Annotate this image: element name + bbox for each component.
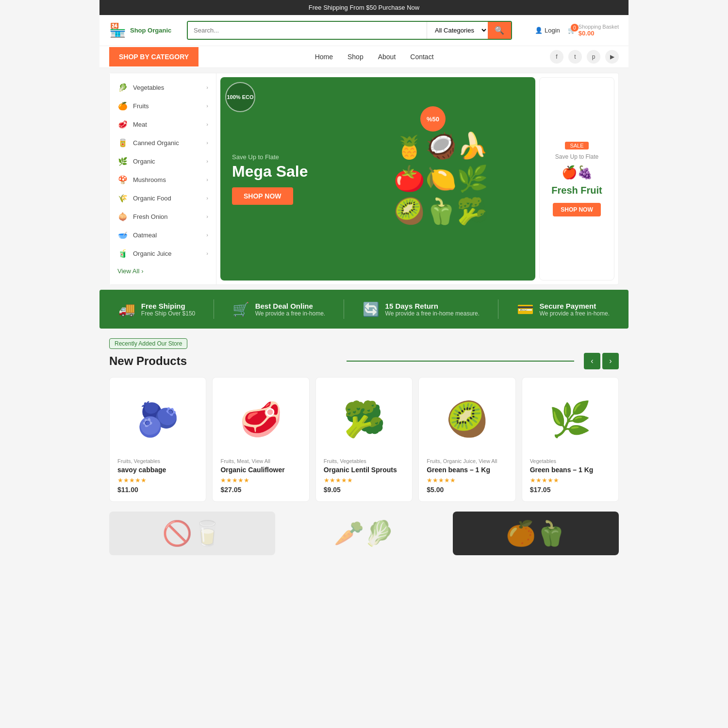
product-categories: Fruits, Organic Juice, View All [427, 458, 507, 464]
product-rating: ★★★★★ [324, 477, 404, 484]
section-title: New Products [109, 354, 337, 368]
sidebar-item-vegetables[interactable]: 🥬 Vegetables › [110, 78, 216, 97]
product-name[interactable]: Green beans – 1 Kg [530, 466, 611, 474]
social-icons: f t p ▶ [550, 50, 619, 64]
nav-arrows: ‹ › [584, 353, 619, 369]
hero-banner: 100% ECO 🍍🥥🍌🍅🍋🌿🥝🫑🥦 %50 Save Up to Flate … [220, 77, 535, 281]
sidebar: 🥬 Vegetables › 🍊 Fruits › 🥩 Meat › 🥫 Can… [110, 73, 216, 284]
hero-shop-now-button[interactable]: SHOP NOW [232, 187, 293, 205]
hero-text: Save Up to Flate Mega Sale SHOP NOW [232, 153, 339, 205]
shop-by-category-button[interactable]: SHOP BY CATEGORY [109, 47, 199, 66]
product-card: 🥝 Fruits, Organic Juice, View All Green … [418, 377, 515, 502]
sidebar-item-organic-juice[interactable]: 🧃 Organic Juice › [110, 244, 216, 263]
feature-payment: 💳 Secure Payment We provide a free in-ho… [517, 301, 610, 317]
divider [498, 299, 498, 319]
product-card: 🌿 Vegetables Green beans – 1 Kg ★★★★★ $1… [522, 377, 619, 502]
return-title: 15 Days Return [385, 302, 480, 310]
product-name[interactable]: Organic Cauliflower [220, 466, 301, 474]
payment-title: Secure Payment [540, 302, 610, 310]
sidebar-item-canned-organic[interactable]: 🥫 Canned Organic › [110, 133, 216, 152]
logo-text: Shop Organic [130, 27, 171, 34]
mega-sale-title: Mega Sale [232, 163, 339, 181]
product-rating: ★★★★★ [117, 477, 198, 484]
sidebar-item-fruits[interactable]: 🍊 Fruits › [110, 97, 216, 115]
return-desc: We provide a free in-home measure. [385, 310, 480, 317]
fresh-fruit-title: Fresh Fruit [551, 185, 602, 196]
section-header: New Products ‹ › [109, 353, 619, 369]
vegetables-icon: 🥬 [117, 82, 128, 93]
nav-shop[interactable]: Shop [347, 46, 364, 67]
product-rating: ★★★★★ [427, 477, 507, 484]
product-categories: Fruits, Meat, View All [220, 458, 301, 464]
logo[interactable]: 🏪 Shop Organic [109, 22, 177, 38]
product-name[interactable]: Green beans – 1 Kg [427, 466, 507, 474]
hero-produce-image: 🍍🥥🍌🍅🍋🌿🥝🫑🥦 [347, 77, 535, 281]
side-save-text: Save Up to Flate [555, 153, 598, 160]
next-arrow-button[interactable]: › [602, 353, 619, 369]
nav-about[interactable]: About [378, 46, 396, 67]
sidebar-item-oatmeal[interactable]: 🥣 Oatmeal › [110, 226, 216, 244]
search-bar: All Categories 🔍 [187, 21, 512, 40]
side-shop-now-button[interactable]: SHOP NOW [553, 203, 600, 216]
facebook-icon[interactable]: f [550, 50, 563, 64]
product-card: 🥦 Fruits, Vegetables Organic Lentil Spro… [315, 377, 413, 502]
cart-icon-wrap: 🛒 0 [568, 27, 576, 34]
user-icon: 👤 [535, 27, 543, 34]
category-select[interactable]: All Categories [427, 22, 488, 39]
search-input[interactable] [188, 22, 427, 39]
product-rating: ★★★★★ [530, 477, 611, 484]
eco-badge: 100% ECO [225, 82, 255, 112]
product-price: $5.00 [427, 486, 507, 494]
sidebar-item-mushrooms[interactable]: 🍄 Mushrooms › [110, 170, 216, 189]
header-actions: 👤 Login 🛒 0 Shopping Basket $0.00 [522, 24, 619, 37]
save-text: Save Up to Flate [232, 153, 339, 161]
canned-icon: 🥫 [117, 137, 128, 148]
search-button[interactable]: 🔍 [488, 22, 511, 39]
arrow-icon: › [206, 195, 208, 201]
sidebar-item-organic[interactable]: 🌿 Organic › [110, 152, 216, 170]
product-price: $11.00 [117, 486, 198, 494]
header: 🏪 Shop Organic All Categories 🔍 👤 Login … [99, 15, 629, 46]
product-rating: ★★★★★ [220, 477, 301, 484]
product-price: $27.05 [220, 486, 301, 494]
nav-contact[interactable]: Contact [410, 46, 433, 67]
product-name[interactable]: savoy cabbage [117, 466, 198, 474]
fruits-icon: 🍊 [117, 100, 128, 111]
juice-icon: 🧃 [117, 248, 128, 259]
product-categories: Vegetables [530, 458, 611, 464]
bottom-card-2: 🥕🥬 [281, 512, 447, 555]
sidebar-item-fresh-onion[interactable]: 🧅 Fresh Onion › [110, 207, 216, 226]
return-icon: 🔄 [363, 301, 380, 317]
sale-badge: SALE [565, 142, 588, 149]
bottom-icon-2: 🥕🥬 [334, 519, 394, 547]
twitter-icon[interactable]: t [568, 50, 582, 64]
youtube-icon[interactable]: ▶ [605, 50, 619, 64]
arrow-icon: › [206, 84, 208, 90]
feature-deals: 🛒 Best Deal Online We provide a free in-… [232, 301, 326, 317]
oatmeal-icon: 🥣 [117, 230, 128, 240]
sidebar-item-organic-food[interactable]: 🌾 Organic Food › [110, 189, 216, 207]
view-all-button[interactable]: View All › [110, 263, 216, 280]
product-name[interactable]: Organic Lentil Sprouts [324, 466, 404, 474]
main-content-area: 🥬 Vegetables › 🍊 Fruits › 🥩 Meat › 🥫 Can… [109, 73, 619, 285]
arrow-icon: › [206, 177, 208, 182]
mushrooms-icon: 🍄 [117, 174, 128, 185]
product-image: 🥩 [220, 385, 301, 453]
prev-arrow-button[interactable]: ‹ [584, 353, 600, 369]
pinterest-icon[interactable]: p [587, 50, 600, 64]
deals-desc: We provide a free in-home. [255, 310, 326, 317]
arrow-icon: › [206, 214, 208, 219]
onion-icon: 🧅 [117, 211, 128, 222]
sidebar-item-meat[interactable]: 🥩 Meat › [110, 115, 216, 133]
product-image: 🥦 [324, 385, 404, 453]
arrow-icon: › [206, 121, 208, 127]
nav-home[interactable]: Home [315, 46, 333, 67]
navigation: SHOP BY CATEGORY Home Shop About Contact… [99, 46, 629, 68]
arrow-icon: › [206, 103, 208, 109]
logo-icon: 🏪 [109, 22, 126, 38]
login-button[interactable]: 👤 Login [535, 27, 560, 34]
arrow-icon: › [206, 140, 208, 146]
cart-button[interactable]: 🛒 0 Shopping Basket $0.00 [568, 24, 619, 37]
product-image: 🌿 [530, 385, 611, 453]
product-price: $9.05 [324, 486, 404, 494]
